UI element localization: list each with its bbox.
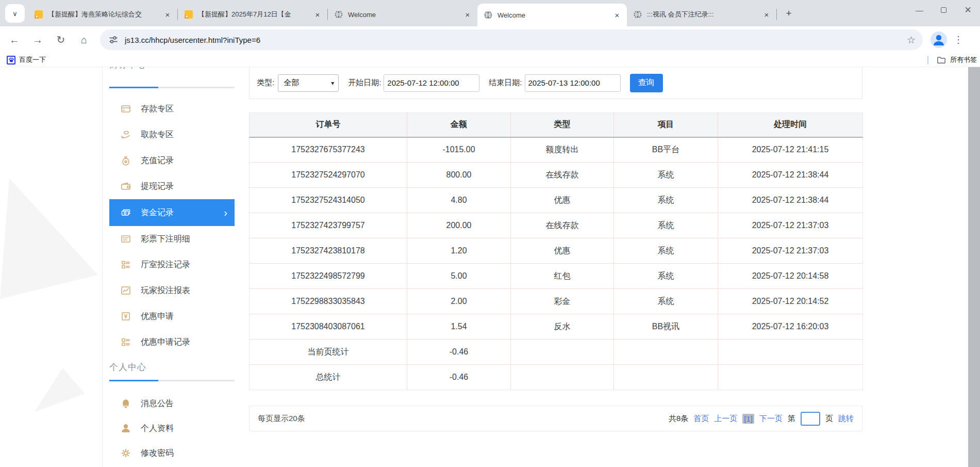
table-cell: 1.54: [407, 314, 511, 340]
maximize-button[interactable]: [932, 0, 956, 20]
address-bar[interactable]: js13.cc/hhcp/usercenter.html?iniType=6 ☆: [100, 29, 923, 50]
maximize-icon: [941, 7, 946, 13]
all-bookmarks-label: 所有书签: [950, 55, 977, 65]
table-row: 1752327675377243-1015.00额度转出BB平台2025-07-…: [250, 137, 863, 163]
table-cell: 2025-07-12 21:38:44: [718, 163, 863, 188]
bell-icon: [121, 398, 132, 409]
tab-title: 【新提醒】2025年7月12日【金: [198, 10, 309, 19]
page-size-text: 每页显示20条: [258, 414, 305, 424]
forward-button[interactable]: →: [29, 31, 46, 49]
sidebar-item-label: 优惠申请: [141, 311, 174, 322]
all-bookmarks[interactable]: 所有书签: [927, 55, 977, 65]
close-tab-icon[interactable]: ×: [463, 10, 472, 19]
column-header: 处理时间: [718, 113, 863, 137]
tab-strip: 【新提醒】海燕策略论坛综合交×【新提醒】2025年7月12日【金×Welcome…: [28, 4, 777, 26]
sidebar-item-消息公告[interactable]: 消息公告: [109, 391, 235, 416]
close-tab-icon[interactable]: ×: [612, 10, 622, 20]
browser-menu-icon[interactable]: ⋮: [954, 34, 963, 45]
select-arrow-icon: ▾: [331, 79, 334, 87]
browser-tab-3[interactable]: Welcome×: [328, 4, 477, 25]
browser-tab-4[interactable]: Welcome×: [477, 4, 627, 26]
sidebar-section-title-personal: 个人中心: [109, 361, 146, 373]
prev-page-link[interactable]: 上一页: [714, 414, 737, 424]
browser-tab-1[interactable]: 【新提醒】海燕策略论坛综合交×: [28, 4, 177, 25]
tab-title: Welcome: [348, 11, 459, 19]
sidebar-item-玩家投注报表[interactable]: 玩家投注报表: [109, 278, 235, 303]
table-row: 17523224985727995.00红包系统2025-07-12 20:14…: [250, 264, 863, 289]
divider: [102, 67, 103, 467]
refresh-button[interactable]: ↻: [52, 31, 70, 49]
back-button[interactable]: ←: [6, 31, 23, 49]
sidebar-item-个人资料[interactable]: 个人资料: [109, 416, 235, 441]
sidebar-item-彩票下注明细[interactable]: 彩票下注明细: [109, 226, 235, 252]
sidebar-item-修改密码[interactable]: 修改密码: [109, 441, 235, 465]
home-button[interactable]: ⌂: [75, 31, 93, 49]
sidebar-item-厅室投注记录[interactable]: 厅室投注记录: [109, 252, 235, 278]
pagination-bar: 每页显示20条 共8条 首页 上一页 [1] 下一页 第 页 跳转: [249, 406, 862, 431]
site-settings-icon[interactable]: [108, 35, 119, 45]
profile-avatar[interactable]: [930, 31, 948, 49]
close-window-button[interactable]: ✕: [956, 0, 980, 20]
browser-tab-2[interactable]: 【新提醒】2025年7月12日【金×: [178, 4, 327, 25]
start-date-input[interactable]: [384, 74, 479, 92]
table-cell: 5.00: [407, 264, 511, 289]
new-tab-button[interactable]: +: [781, 6, 796, 21]
sidebar-item-label: 修改密码: [141, 448, 174, 459]
sidebar-item-资金记录[interactable]: 资金记录›: [109, 199, 235, 226]
sidebar-item-存款专区[interactable]: 存款专区: [109, 96, 235, 122]
bookmarks-bar: 百度一下 所有书签: [0, 53, 980, 67]
report-chart-icon: [121, 285, 132, 296]
table-cell: -1015.00: [407, 137, 511, 163]
end-date-input[interactable]: [525, 74, 621, 92]
sidebar-item-充值记录[interactable]: 充值记录: [109, 148, 235, 173]
table-cell: [511, 365, 614, 390]
table-row: 17523275243140504.80优惠系统2025-07-12 21:38…: [250, 188, 863, 213]
current-page-indicator: [1]: [742, 414, 754, 424]
type-select[interactable]: 全部 ▾: [278, 74, 339, 92]
jump-button[interactable]: 跳转: [838, 414, 854, 424]
table-row: 1752327423799757200.00在线存款系统2025-07-12 2…: [250, 213, 863, 238]
table-cell: 总统计: [250, 365, 407, 390]
search-button[interactable]: 查询: [630, 74, 663, 92]
forum-favicon-icon: [34, 10, 43, 19]
jump-page-input[interactable]: [801, 412, 820, 426]
table-cell: 2025-07-12 20:14:52: [718, 289, 863, 314]
bookmark-star-icon[interactable]: ☆: [907, 34, 916, 46]
close-tab-icon[interactable]: ×: [163, 10, 172, 19]
bookmark-baidu[interactable]: 百度一下: [7, 55, 46, 65]
minimize-button[interactable]: —: [907, 0, 932, 20]
minimize-icon: —: [916, 6, 923, 14]
table-cell: -0.46: [407, 340, 511, 365]
sidebar-item-优惠申请[interactable]: 优惠申请: [109, 303, 235, 329]
close-tab-icon[interactable]: ×: [313, 10, 322, 19]
sidebar-item-label: 取款专区: [141, 130, 174, 140]
sidebar-item-label: 充值记录: [141, 155, 174, 166]
wallet-icon: [121, 181, 132, 191]
folder-icon: [937, 56, 946, 64]
forward-icon: →: [32, 34, 43, 46]
browser-tab-5[interactable]: :::视讯 会员下注纪录:::×: [627, 4, 776, 25]
next-page-link[interactable]: 下一页: [759, 414, 783, 424]
table-row: 17522988330358432.00彩金系统2025-07-12 20:14…: [250, 289, 863, 314]
forum-favicon-icon: [184, 10, 193, 19]
sidebar-item-取款专区[interactable]: 取款专区: [109, 122, 235, 148]
section-underline: [109, 380, 235, 381]
sidebar-item-提现记录[interactable]: 提现记录: [109, 173, 235, 199]
tab-search-button[interactable]: ∨: [5, 4, 25, 23]
decorative-triangle: [0, 170, 103, 304]
url-text[interactable]: js13.cc/hhcp/usercenter.html?iniType=6: [125, 36, 903, 44]
close-tab-icon[interactable]: ×: [762, 10, 771, 19]
back-icon: ←: [9, 34, 20, 46]
sidebar-item-优惠申请记录[interactable]: 优惠申请记录: [109, 329, 235, 355]
moneybag-icon: [121, 155, 132, 166]
table-cell: 2025-07-12 21:41:15: [718, 137, 863, 163]
grid-list-icon: [121, 337, 132, 347]
column-header: 项目: [614, 113, 718, 137]
chevron-right-icon: ›: [224, 207, 227, 218]
first-page-link[interactable]: 首页: [693, 414, 709, 424]
jump-label-pre: 第: [788, 414, 795, 424]
table-cell: BB视讯: [614, 314, 718, 340]
table-cell: 优惠: [511, 188, 614, 213]
table-row: 总统计-0.46: [250, 365, 863, 390]
home-icon: ⌂: [81, 34, 87, 46]
